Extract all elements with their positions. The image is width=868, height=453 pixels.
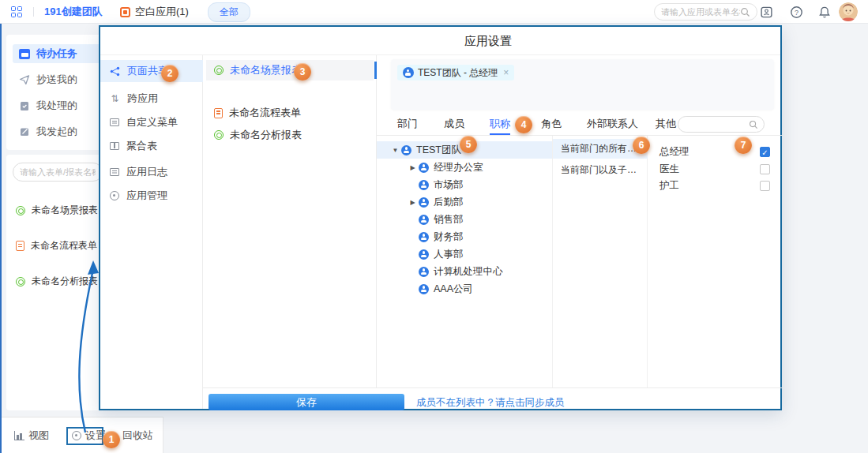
menu-item-page-share[interactable]: 页面共享 <box>100 60 203 82</box>
menu-item-custom-menu[interactable]: 自定义菜单 <box>100 111 203 133</box>
tree-label: 销售部 <box>434 213 464 226</box>
page-item-analysis-report[interactable]: 未命名分析报表 <box>206 125 374 145</box>
job-title-list: 总经理 ✓ 医生 护工 <box>648 136 782 387</box>
search-icon <box>740 7 750 17</box>
menu-item-aggregate-table[interactable]: 聚合表 <box>100 135 203 157</box>
tab-member[interactable]: 成员 <box>444 114 464 135</box>
picker-search[interactable] <box>678 116 765 133</box>
title-row-caregiver[interactable]: 护工 <box>648 177 770 194</box>
menu-item-app-log[interactable]: 应用日志 <box>100 161 203 183</box>
user-avatar[interactable] <box>839 0 858 24</box>
step-badge-4: 4 <box>515 116 532 133</box>
calendar-icon <box>19 49 30 59</box>
org-icon <box>419 197 429 208</box>
picker-search-input[interactable] <box>684 120 747 129</box>
help-button[interactable]: ? <box>790 0 803 24</box>
scope-current-and-sub-dept[interactable]: 当前部门以及子部门的所... <box>553 160 648 180</box>
tab-other[interactable]: 其他 <box>656 114 676 135</box>
topbar-search[interactable] <box>654 0 757 24</box>
report-target-icon <box>214 130 224 140</box>
title-row-doctor[interactable]: 医生 <box>648 160 770 178</box>
tab-job-title[interactable]: 职称 <box>490 114 510 135</box>
page-scene-report-label: 未命名场景报表 <box>230 63 302 77</box>
scene-report-label: 未命名场景报表 <box>32 204 98 217</box>
share-config-panel: TEST团队 - 总经理 × 部门 成员 职称 角色 外部联系人 其他 ▼ TE… <box>377 55 782 387</box>
sidebar-search-input[interactable] <box>20 167 96 177</box>
sidebar-item-initiated[interactable]: 我发起的 <box>13 122 103 141</box>
org-icon <box>419 232 429 242</box>
org-icon <box>419 267 429 277</box>
tree-node-finance[interactable]: 财务部 <box>377 228 552 245</box>
sidebar-form-flow-form[interactable]: 未命名流程表单 <box>13 239 103 253</box>
recycle-bin-button[interactable]: 回收站 <box>122 417 153 453</box>
tab-role-label: 角色 <box>541 118 562 129</box>
org-icon <box>419 249 429 260</box>
views-button[interactable]: 视图 <box>14 417 49 453</box>
sync-members-link[interactable]: 成员不在列表中？请点击同步成员 <box>416 396 565 410</box>
team-name-link[interactable]: 191创建团队 <box>44 0 103 24</box>
sidebar-item-handled[interactable]: 我处理的 <box>13 96 103 115</box>
recycle-label: 回收站 <box>122 429 153 443</box>
tab-external-contact[interactable]: 外部联系人 <box>587 114 638 135</box>
tab-job-title-label: 职称 <box>490 118 510 129</box>
send-icon <box>19 74 30 85</box>
tab-external-contact-label: 外部联系人 <box>587 118 638 129</box>
checkbox-checked[interactable]: ✓ <box>760 147 770 157</box>
sidebar-form-analysis-report[interactable]: 未命名分析报表 <box>13 275 103 288</box>
log-doc-icon <box>110 168 119 176</box>
filter-all-label: 全部 <box>208 2 250 22</box>
tab-other-label: 其他 <box>656 118 676 129</box>
page-item-scene-report[interactable]: 未命名场景报表 <box>206 60 374 80</box>
flow-form-label: 未命名流程表单 <box>31 239 97 253</box>
tree-node-manager-office[interactable]: ▶ 经理办公室 <box>377 159 552 176</box>
tab-department[interactable]: 部门 <box>397 114 418 135</box>
checkbox-unchecked[interactable] <box>760 181 770 191</box>
scope-sub-dept-label: 当前部门以及子部门的所... <box>561 164 648 175</box>
settings-button[interactable]: 设置 <box>72 417 106 453</box>
notifications-button[interactable] <box>818 0 831 24</box>
step-badge-1: 1 <box>103 431 120 448</box>
save-button[interactable]: 保存 <box>209 394 404 410</box>
tree-node-marketing[interactable]: 市场部 <box>377 176 552 193</box>
tree-node-logistics[interactable]: ▶ 后勤部 <box>377 193 552 211</box>
caret-down-icon[interactable]: ▼ <box>391 147 400 154</box>
tree-node-sales[interactable]: 销售部 <box>377 211 552 228</box>
sidebar-item-cc[interactable]: 抄送我的 <box>13 70 103 89</box>
report-target-icon <box>16 277 25 286</box>
sidebar-item-todo[interactable]: 待办任务 <box>13 44 103 63</box>
tree-node-computer-center[interactable]: 计算机处理中心 <box>377 263 552 280</box>
selected-tag[interactable]: TEST团队 - 总经理 × <box>397 65 514 80</box>
tab-department-label: 部门 <box>397 118 418 129</box>
page-item-flow-form[interactable]: 未命名流程表单 <box>206 103 374 123</box>
tab-role[interactable]: 角色 <box>541 114 562 135</box>
sidebar-search[interactable] <box>13 163 103 182</box>
swap-arrows-icon: ⇅ <box>110 93 120 104</box>
tree-label: 计算机处理中心 <box>434 265 503 279</box>
caret-right-icon[interactable]: ▶ <box>408 199 417 206</box>
report-target-icon <box>214 66 224 75</box>
apps-grid-icon[interactable] <box>11 0 22 24</box>
caret-right-icon[interactable]: ▶ <box>408 164 417 171</box>
current-app[interactable]: 空白应用(1) <box>120 0 189 24</box>
menu-item-cross-app[interactable]: ⇅ 跨应用 <box>100 88 203 110</box>
modal-menu: 页面共享 ⇅ 跨应用 自定义菜单 聚合表 应用日志 应用管理 <box>100 55 203 409</box>
sidebar-form-scene-report[interactable]: 未命名场景报表 <box>13 204 103 217</box>
modal-footer: 保存 成员不在列表中？请点击同步成员 <box>203 387 782 410</box>
filter-all-pill[interactable]: 全部 <box>208 0 250 24</box>
app-settings-modal: 应用设置 页面共享 ⇅ 跨应用 自定义菜单 聚合表 应用日志 应用管理 <box>99 25 782 410</box>
close-icon[interactable]: × <box>503 67 509 78</box>
page-flow-form-label: 未命名流程表单 <box>229 106 301 120</box>
app-icon <box>120 7 130 17</box>
step-badge-5: 5 <box>460 136 477 153</box>
analysis-report-label: 未命名分析报表 <box>32 275 98 288</box>
tree-label: AAA公司 <box>434 283 473 296</box>
tree-node-hr[interactable]: 人事部 <box>377 245 552 263</box>
topbar-search-input[interactable] <box>661 7 740 17</box>
sidebar-bottom-bar: 视图 设置 回收站 <box>0 417 163 453</box>
checkbox-unchecked[interactable] <box>760 164 770 174</box>
top-bar: 191创建团队 空白应用(1) 全部 ? <box>0 0 868 24</box>
menu-item-app-manage[interactable]: 应用管理 <box>100 185 203 207</box>
picker-tabs: 部门 成员 职称 角色 外部联系人 其他 <box>377 114 782 136</box>
invite-member-button[interactable] <box>760 0 773 24</box>
tree-node-aaa-company[interactable]: AAA公司 <box>377 280 552 298</box>
